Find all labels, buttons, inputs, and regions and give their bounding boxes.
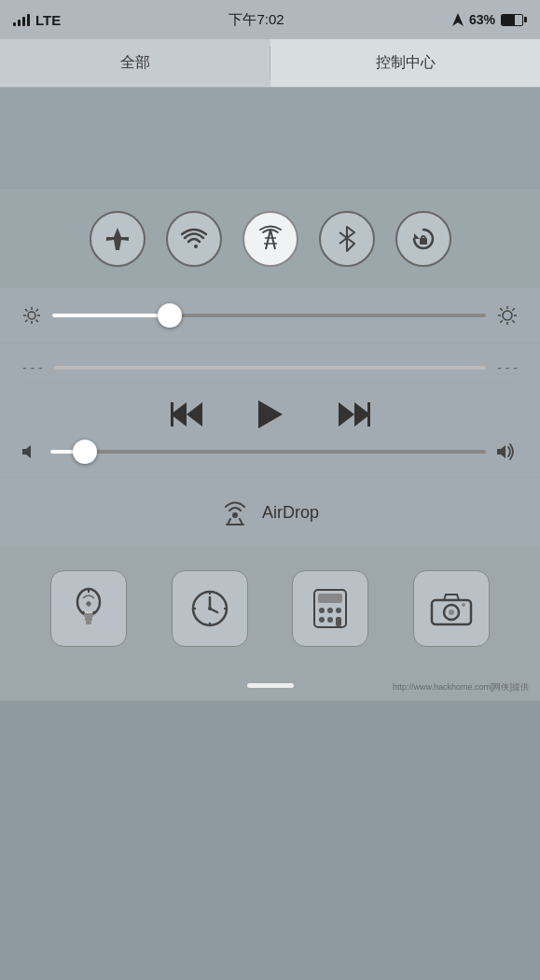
- brightness-max-icon: [497, 305, 518, 326]
- airdrop-label: AirDrop: [262, 503, 319, 523]
- svg-point-18: [503, 311, 512, 320]
- play-icon: [258, 400, 283, 428]
- watermark: http://www.hackhome.com[网侠]提供: [393, 681, 529, 693]
- volume-section: [22, 438, 518, 477]
- tab-all[interactable]: 全部: [0, 39, 270, 87]
- signal-bar-3: [22, 17, 25, 26]
- svg-rect-42: [85, 617, 92, 621]
- camera-icon: [430, 591, 473, 626]
- svg-line-2: [270, 230, 275, 249]
- svg-rect-33: [367, 402, 370, 427]
- wifi-icon: [181, 226, 207, 252]
- sun-large-icon: [497, 305, 518, 326]
- media-bar-left: - - -: [22, 360, 43, 375]
- svg-line-23: [500, 308, 503, 311]
- brightness-fill: [52, 314, 170, 317]
- airdrop-section[interactable]: AirDrop: [0, 478, 540, 548]
- svg-marker-7: [414, 233, 420, 239]
- svg-marker-30: [258, 400, 283, 428]
- svg-point-57: [336, 608, 341, 613]
- rotation-lock-icon: [410, 226, 436, 252]
- calculator-icon: [312, 588, 348, 629]
- svg-line-6: [339, 232, 347, 238]
- svg-point-59: [327, 617, 333, 623]
- rotation-lock-button[interactable]: [395, 211, 451, 267]
- signal-bar-1: [13, 22, 16, 26]
- tab-control-center[interactable]: 控制中心: [270, 39, 540, 87]
- media-progress-fill: [54, 366, 486, 370]
- battery-percent: 63%: [469, 12, 495, 27]
- svg-line-15: [36, 320, 39, 323]
- cellular-button[interactable]: [242, 211, 298, 267]
- bluetooth-button[interactable]: [319, 211, 375, 267]
- signal-bars: [13, 13, 30, 26]
- toggles-section: [0, 190, 540, 288]
- speaker-loud-icon: [497, 443, 518, 460]
- camera-button[interactable]: [413, 570, 490, 647]
- media-section: - - - - - -: [0, 343, 540, 478]
- svg-rect-43: [86, 621, 91, 624]
- timer-button[interactable]: [172, 570, 248, 647]
- brightness-min-icon: [22, 306, 41, 325]
- svg-marker-27: [187, 402, 202, 427]
- svg-point-64: [462, 603, 465, 607]
- svg-point-55: [319, 608, 325, 613]
- svg-line-1: [266, 230, 270, 249]
- svg-line-17: [25, 320, 28, 323]
- tab-bar: 全部 控制中心: [0, 39, 540, 88]
- signal-bar-2: [18, 20, 21, 26]
- svg-point-9: [28, 312, 35, 319]
- media-controls: [22, 384, 518, 438]
- airplane-mode-button[interactable]: [90, 211, 145, 267]
- brightness-track[interactable]: [52, 314, 486, 317]
- status-left: LTE: [13, 12, 61, 28]
- airplane-icon: [104, 226, 131, 252]
- speaker-mute-icon: [22, 443, 39, 460]
- battery-icon: [501, 14, 527, 26]
- signal-bar-4: [27, 14, 30, 26]
- svg-line-16: [36, 309, 39, 312]
- svg-line-24: [512, 320, 515, 323]
- handle-line: [247, 683, 294, 688]
- carrier-label: LTE: [35, 12, 61, 28]
- svg-line-14: [25, 309, 28, 312]
- calculator-button[interactable]: [292, 570, 368, 647]
- media-bar: - - - - - -: [22, 353, 518, 384]
- volume-track[interactable]: [50, 450, 486, 454]
- svg-line-5: [339, 238, 347, 244]
- fastforward-icon: [339, 402, 370, 427]
- status-time: 下午7:02: [228, 11, 284, 29]
- svg-marker-31: [339, 402, 354, 427]
- svg-rect-29: [171, 402, 173, 427]
- flashlight-icon: [69, 585, 108, 632]
- brightness-section: [0, 288, 540, 343]
- play-button[interactable]: [258, 400, 283, 428]
- flashlight-button[interactable]: [50, 570, 127, 647]
- volume-thumb[interactable]: [73, 440, 97, 464]
- svg-point-58: [319, 617, 325, 623]
- wifi-button[interactable]: [166, 211, 222, 267]
- svg-point-63: [449, 609, 454, 615]
- svg-rect-8: [420, 238, 427, 245]
- next-button[interactable]: [339, 402, 370, 427]
- location-icon: [452, 13, 464, 26]
- airdrop-icon: [221, 498, 249, 526]
- rewind-icon: [171, 402, 202, 427]
- svg-line-26: [500, 320, 503, 323]
- media-progress-track[interactable]: [54, 366, 486, 370]
- bottom-handle[interactable]: http://www.hackhome.com[网侠]提供: [0, 670, 540, 701]
- sun-small-icon: [22, 306, 41, 325]
- timer-icon: [189, 588, 230, 629]
- svg-point-56: [327, 608, 333, 613]
- prev-button[interactable]: [171, 402, 202, 427]
- brightness-thumb[interactable]: [158, 303, 182, 328]
- volume-max-icon: [497, 443, 518, 460]
- svg-line-25: [512, 308, 515, 311]
- svg-rect-60: [336, 617, 341, 626]
- svg-marker-0: [452, 13, 464, 26]
- bluetooth-icon: [337, 225, 357, 253]
- svg-rect-54: [318, 594, 342, 603]
- media-bar-right: - - -: [497, 360, 518, 375]
- svg-marker-35: [497, 445, 505, 458]
- volume-min-icon: [22, 443, 39, 460]
